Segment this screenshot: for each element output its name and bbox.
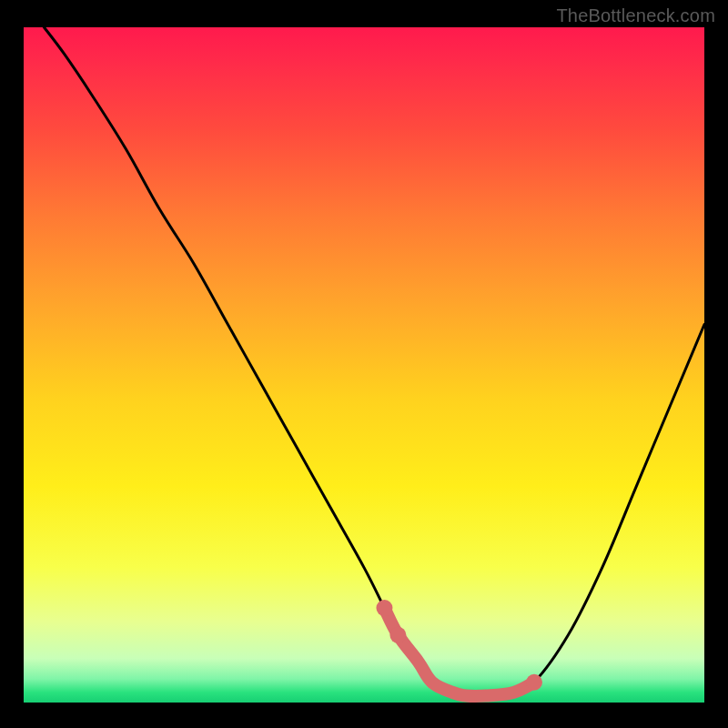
plot-background: [24, 27, 704, 703]
chart-svg: [0, 0, 728, 728]
watermark-text: TheBottleneck.com: [556, 5, 715, 26]
overlay-marker: [389, 627, 406, 643]
overlay-marker: [526, 674, 542, 691]
overlay-marker: [376, 600, 392, 616]
chart-stage: TheBottleneck.com: [0, 0, 728, 728]
